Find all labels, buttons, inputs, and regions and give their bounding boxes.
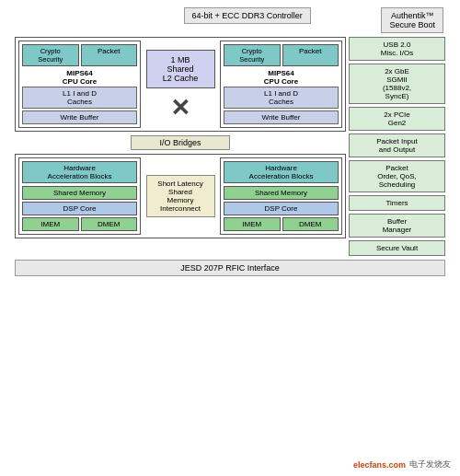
center-cache-block: 1 MB Shared L2 Cache ✕: [144, 41, 217, 128]
right-box-2: 2x PCIe Gen2: [349, 107, 445, 131]
right-packet: Packet: [282, 44, 339, 66]
short-latency-label: Short Latency Shared Memory Interconnect: [146, 175, 215, 217]
left-packet: Packet: [81, 44, 138, 66]
crossbar-symbol: ✕: [170, 96, 190, 120]
secure-boot-label: Authentik™ Secure Boot: [381, 7, 443, 33]
jesd-section: JESD 207P RFIC Interface: [7, 256, 453, 278]
left-imem: IMEM: [22, 217, 79, 231]
ddr3-controller-label: 64-bit + ECC DDR3 Controller: [184, 7, 311, 24]
right-box-4: Packet Order, QoS, Scheduling: [349, 160, 445, 192]
left-dsp-core: DSP Core: [22, 202, 137, 215]
jesd-label: JESD 207P RFIC Interface: [15, 260, 445, 276]
watermark-chinese: 电子发烧友: [409, 459, 451, 470]
right-dmem: DMEM: [282, 217, 339, 231]
right-cpu-label: MIPS64 CPU Core: [224, 69, 339, 86]
right-cpu-block: Crypto Security Packet MIPS64 CPU Core L…: [220, 41, 342, 128]
left-cpu-block: Crypto Security Packet MIPS64 CPU Core L…: [18, 41, 141, 128]
io-bridges-box: I/O Bridges: [131, 135, 229, 150]
right-box-6: Buffer Manager: [349, 214, 445, 238]
left-dmem: DMEM: [81, 217, 138, 231]
left-shared-mem: Shared Memory: [22, 186, 137, 200]
diagram-container: 64-bit + ECC DDR3 Controller Authentik™ …: [0, 0, 460, 476]
left-crypto-security: Crypto Security: [22, 44, 79, 66]
watermark: elecfans.com 电子发烧友: [353, 459, 451, 470]
left-hw-accel-label: Hardware Acceleration Blocks: [22, 161, 137, 183]
right-shared-mem: Shared Memory: [224, 186, 339, 200]
left-l1-cache: L1 I and D Caches: [22, 87, 137, 109]
shared-l2-cache: 1 MB Shared L2 Cache: [146, 50, 215, 88]
right-crypto-security: Crypto Security: [224, 44, 281, 66]
left-write-buffer: Write Buffer: [22, 110, 137, 124]
watermark-site: elecfans.com: [353, 460, 406, 470]
right-box-5: Timers: [349, 195, 445, 211]
right-box-1: 2x GbE SGMII (1588v2, SyncE): [349, 64, 445, 104]
left-cpu-label: MIPS64 CPU Core: [22, 69, 137, 86]
right-column: USB 2.0 Misc. I/Os 2x GbE SGMII (1588v2,…: [349, 37, 445, 256]
right-box-7: Secure Vault: [349, 240, 445, 256]
right-l1-cache: L1 I and D Caches: [224, 87, 339, 109]
io-bridges-row: I/O Bridges: [15, 135, 346, 150]
right-imem: IMEM: [224, 217, 281, 231]
right-hw-accel-label: Hardware Acceleration Blocks: [224, 161, 339, 183]
right-box-3: Packet Input and Output: [349, 134, 445, 157]
right-dsp-core: DSP Core: [224, 202, 339, 215]
bottom-accel-row: Hardware Acceleration Blocks Shared Memo…: [15, 154, 346, 238]
right-write-buffer: Write Buffer: [224, 110, 339, 124]
right-accel-block: Hardware Acceleration Blocks Shared Memo…: [220, 157, 342, 235]
short-latency-block: Short Latency Shared Memory Interconnect: [144, 157, 217, 235]
right-box-0: USB 2.0 Misc. I/Os: [349, 37, 445, 61]
left-accel-block: Hardware Acceleration Blocks Shared Memo…: [18, 157, 141, 235]
